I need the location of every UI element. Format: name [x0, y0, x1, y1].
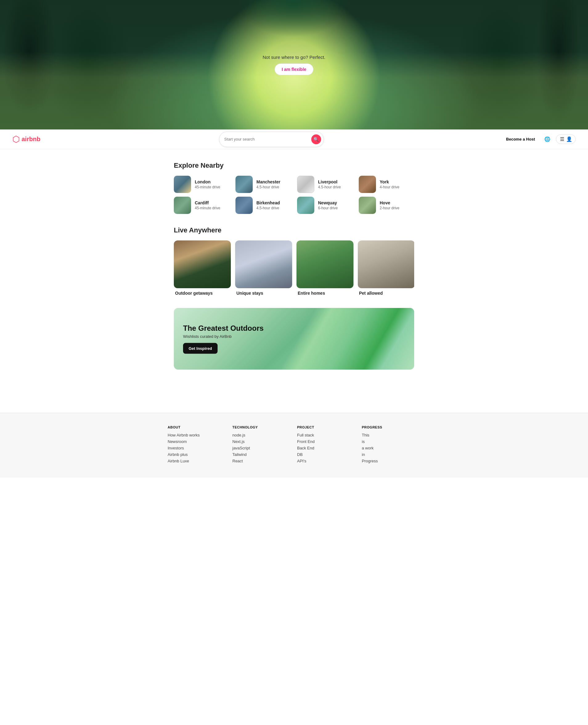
nearby-item[interactable]: Manchester 4.5-hour drive — [235, 176, 291, 193]
footer-link[interactable]: Full stack — [297, 433, 356, 437]
nearby-name: London — [195, 180, 229, 184]
promo-illustration — [282, 308, 414, 370]
nearby-info: Manchester 4.5-hour drive — [256, 180, 291, 189]
promo-title: The Greatest Outdoors — [183, 324, 264, 333]
nearby-item[interactable]: London 45-minute drive — [174, 176, 229, 193]
promo-content: The Greatest Outdoors Wishlists curated … — [183, 324, 264, 354]
nearby-drive: 4.5-hour drive — [318, 185, 353, 189]
explore-nearby-section: Explore Nearby London 45-minute drive Ma… — [174, 162, 414, 214]
card-label: Outdoor getaways — [174, 291, 231, 296]
nearby-drive: 4.5-hour drive — [256, 185, 291, 189]
nearby-drive: 45-minute drive — [195, 185, 229, 189]
nearby-name: Manchester — [256, 180, 291, 184]
nearby-thumb — [174, 196, 191, 214]
footer-link[interactable]: is — [362, 439, 420, 444]
footer-link[interactable]: Progress — [362, 459, 420, 463]
footer-link[interactable]: in — [362, 452, 420, 457]
nearby-info: Newquay 6-hour drive — [318, 200, 353, 210]
nearby-item[interactable]: Hove 2-hour drive — [359, 196, 414, 214]
footer-link[interactable]: How Airbnb works — [168, 433, 226, 437]
nearby-info: York 4-hour drive — [380, 180, 414, 189]
footer-link[interactable]: Tailwind — [232, 452, 291, 457]
footer-grid: ABOUTHow Airbnb worksNewsroomInvestorsAi… — [168, 426, 420, 465]
hero-content: Not sure where to go? Perfect. I am flex… — [262, 55, 325, 75]
nav-right: Become a Host 🌐 ☰ 👤 — [502, 134, 576, 144]
globe-button[interactable]: 🌐 — [542, 134, 552, 144]
footer-link[interactable]: React — [232, 459, 291, 463]
nearby-info: Liverpool 4.5-hour drive — [318, 180, 353, 189]
hero-text: Not sure where to go? Perfect. — [262, 55, 325, 60]
footer-link[interactable]: Newsroom — [168, 439, 226, 444]
logo-area[interactable]: ⬡ airbnb — [12, 134, 40, 144]
nearby-name: Birkenhead — [256, 200, 291, 205]
card-image — [358, 241, 414, 288]
footer-col-title: PROJECT — [297, 426, 356, 429]
footer-link[interactable]: Front End — [297, 439, 356, 444]
nearby-name: Liverpool — [318, 180, 353, 184]
nearby-drive: 4.5-hour drive — [256, 206, 291, 210]
footer-column: ABOUTHow Airbnb worksNewsroomInvestorsAi… — [168, 426, 226, 465]
user-icon: 👤 — [566, 136, 572, 142]
get-inspired-button[interactable]: Get Inspired — [183, 343, 217, 354]
search-bar[interactable]: 🔍 — [219, 132, 324, 147]
card-image — [296, 241, 354, 288]
main-content: Explore Nearby London 45-minute drive Ma… — [168, 149, 420, 413]
footer-link[interactable]: Airbnb plus — [168, 452, 226, 457]
footer-link[interactable]: a work — [362, 446, 420, 450]
card-label: Pet allowed — [358, 291, 414, 296]
nearby-drive: 6-hour drive — [318, 206, 353, 210]
live-anywhere-card[interactable]: Pet allowed — [358, 241, 414, 296]
footer-link[interactable]: This — [362, 433, 420, 437]
nearby-drive: 2-hour drive — [380, 206, 414, 210]
footer-link[interactable]: Investors — [168, 446, 226, 450]
nearby-drive: 4-hour drive — [380, 185, 414, 189]
nearby-thumb — [297, 196, 314, 214]
footer: ABOUTHow Airbnb worksNewsroomInvestorsAi… — [0, 413, 588, 477]
live-anywhere-card[interactable]: Entire homes — [296, 241, 354, 296]
search-button[interactable]: 🔍 — [311, 134, 321, 144]
footer-column: Technologynode.jsNext.jsjavaScriptTailwi… — [232, 426, 291, 465]
footer-link[interactable]: javaScript — [232, 446, 291, 450]
hero-section: Not sure where to go? Perfect. I am flex… — [0, 0, 588, 129]
logo-icon: ⬡ — [12, 134, 20, 144]
nearby-thumb — [359, 196, 376, 214]
flexible-button[interactable]: I am flexible — [275, 63, 313, 75]
nearby-thumb — [174, 176, 191, 193]
navbar: ⬡ airbnb 🔍 Become a Host 🌐 ☰ 👤 — [0, 129, 588, 149]
live-anywhere-cards: Outdoor getaways Unique stays Entire hom… — [174, 241, 414, 296]
become-host-button[interactable]: Become a Host — [502, 134, 539, 144]
footer-link[interactable]: Next.js — [232, 439, 291, 444]
logo-text: airbnb — [22, 136, 40, 143]
nearby-item[interactable]: York 4-hour drive — [359, 176, 414, 193]
nearby-name: Cardiff — [195, 200, 229, 205]
live-anywhere-card[interactable]: Unique stays — [235, 241, 292, 296]
card-label: Entire homes — [296, 291, 354, 296]
live-anywhere-title: Live Anywhere — [174, 226, 414, 234]
card-image — [174, 241, 231, 288]
nav-menu-user[interactable]: ☰ 👤 — [556, 134, 576, 144]
footer-link[interactable]: API's — [297, 459, 356, 463]
footer-link[interactable]: node.js — [232, 433, 291, 437]
nearby-item[interactable]: Birkenhead 4.5-hour drive — [235, 196, 291, 214]
card-label: Unique stays — [235, 291, 292, 296]
footer-link[interactable]: DB — [297, 452, 356, 457]
footer-link[interactable]: Airbnb Luxe — [168, 459, 226, 463]
nearby-name: Newquay — [318, 200, 353, 205]
nearby-item[interactable]: Newquay 6-hour drive — [297, 196, 353, 214]
nearby-thumb — [235, 176, 253, 193]
footer-column: PROJECTFull stackFront EndBack EndDBAPI'… — [297, 426, 356, 465]
menu-icon: ☰ — [560, 136, 564, 142]
nearby-thumb — [235, 196, 253, 214]
card-image — [235, 241, 292, 288]
search-input[interactable] — [224, 137, 309, 142]
nearby-thumb — [359, 176, 376, 193]
footer-link[interactable]: Back End — [297, 446, 356, 450]
nearby-name: York — [380, 180, 414, 184]
nearby-drive: 45-minute drive — [195, 206, 229, 210]
live-anywhere-section: Live Anywhere Outdoor getaways Unique st… — [174, 226, 414, 296]
nearby-item[interactable]: Liverpool 4.5-hour drive — [297, 176, 353, 193]
live-anywhere-card[interactable]: Outdoor getaways — [174, 241, 231, 296]
nearby-item[interactable]: Cardiff 45-minute drive — [174, 196, 229, 214]
nearby-info: Hove 2-hour drive — [380, 200, 414, 210]
search-icon: 🔍 — [313, 137, 319, 142]
